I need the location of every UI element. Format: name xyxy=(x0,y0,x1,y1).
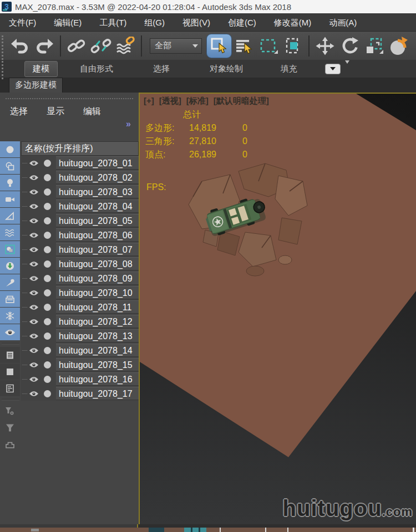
object-name[interactable]: huitugou_2078_10 xyxy=(56,286,139,299)
menu-modifiers[interactable]: 修改器(M) xyxy=(265,14,321,31)
visibility-eye-icon[interactable] xyxy=(29,347,39,354)
object-color-swatch[interactable] xyxy=(44,332,51,340)
visibility-eye-icon[interactable] xyxy=(29,318,39,325)
custom-filter-button[interactable] xyxy=(0,436,20,452)
object-color-swatch[interactable] xyxy=(44,304,51,311)
ribbon-tab-modeling[interactable]: 建模 xyxy=(24,61,58,77)
explorer-menu-display[interactable]: 显示 xyxy=(47,106,64,117)
object-color-swatch[interactable] xyxy=(44,160,51,167)
display-hidden-button[interactable] xyxy=(0,324,20,340)
display-geometry-button[interactable] xyxy=(0,158,20,174)
subtab-polygon-modeling[interactable]: 多边形建模 xyxy=(9,78,63,93)
object-name[interactable]: huitugou_2078_11 xyxy=(56,300,139,314)
list-item[interactable]: huitugou_2078_15 xyxy=(21,357,139,372)
visibility-eye-icon[interactable] xyxy=(29,188,39,196)
object-name[interactable]: huitugou_2078_03 xyxy=(56,185,139,198)
object-name[interactable]: huitugou_2078_08 xyxy=(56,257,139,270)
toolbar-drag-handle[interactable] xyxy=(2,35,6,57)
object-color-swatch[interactable] xyxy=(44,203,51,210)
list-item[interactable]: huitugou_2078_13 xyxy=(21,329,139,343)
list-item[interactable]: huitugou_2078_09 xyxy=(21,271,139,285)
menu-tools[interactable]: 工具(T) xyxy=(90,14,135,31)
visibility-eye-icon[interactable] xyxy=(29,332,39,340)
ribbon-config-button[interactable] xyxy=(325,64,341,74)
object-name[interactable]: huitugou_2078_04 xyxy=(56,200,139,213)
list-item[interactable]: huitugou_2078_06 xyxy=(21,228,139,242)
object-color-swatch[interactable] xyxy=(44,260,51,268)
object-color-swatch[interactable] xyxy=(44,347,51,354)
visibility-eye-icon[interactable] xyxy=(29,217,39,224)
menu-group[interactable]: 组(G) xyxy=(135,14,174,31)
display-groups-button[interactable] xyxy=(0,241,20,257)
visibility-eye-icon[interactable] xyxy=(29,304,39,311)
visibility-eye-icon[interactable] xyxy=(29,275,39,282)
configure-advanced-filter-button[interactable] xyxy=(0,403,20,419)
viewport-general-menu[interactable]: [+] xyxy=(144,96,154,106)
object-name[interactable]: huitugou_2078_14 xyxy=(56,344,139,357)
list-item[interactable]: huitugou_2078_16 xyxy=(21,372,139,386)
display-lights-button[interactable] xyxy=(0,175,20,191)
viewport-pov-menu[interactable]: [透视] xyxy=(159,96,181,106)
object-name[interactable]: huitugou_2078_05 xyxy=(56,214,139,227)
select-and-scale-button[interactable] xyxy=(362,34,386,58)
menu-views[interactable]: 视图(V) xyxy=(174,14,219,31)
ribbon-tab-selection[interactable]: 选择 xyxy=(145,62,177,76)
list-item[interactable]: huitugou_2078_17 xyxy=(21,386,139,401)
select-by-name-button[interactable] xyxy=(232,34,256,58)
menu-file[interactable]: 文件(F) xyxy=(0,14,45,31)
redo-button[interactable] xyxy=(32,34,57,58)
list-item[interactable]: huitugou_2078_12 xyxy=(21,314,139,329)
select-object-button[interactable] xyxy=(206,34,232,58)
list-item[interactable]: huitugou_2078_14 xyxy=(21,343,139,357)
advanced-filter-button[interactable] xyxy=(0,420,20,436)
selection-filter-dropdown[interactable]: 全部 xyxy=(150,38,202,54)
object-color-swatch[interactable] xyxy=(44,217,51,224)
object-color-swatch[interactable] xyxy=(44,376,51,383)
select-and-link-button[interactable] xyxy=(64,34,89,58)
select-and-place-button[interactable] xyxy=(386,34,410,58)
explorer-menu-select[interactable]: 选择 xyxy=(10,106,28,117)
fill-square-button[interactable] xyxy=(0,364,20,380)
visibility-eye-icon[interactable] xyxy=(29,289,39,296)
select-and-rotate-button[interactable] xyxy=(337,34,362,58)
object-name[interactable]: huitugou_2078_12 xyxy=(56,315,139,328)
display-cameras-button[interactable] xyxy=(0,191,20,207)
viewport-shading-menu[interactable]: [默认明暗处理] xyxy=(214,96,269,106)
object-color-swatch[interactable] xyxy=(44,174,51,181)
menu-create[interactable]: 创建(C) xyxy=(219,14,265,31)
display-helpers-button[interactable] xyxy=(0,208,20,224)
object-color-swatch[interactable] xyxy=(44,188,51,196)
column-header-name[interactable]: 名称(按升序排序) xyxy=(21,141,139,156)
visibility-eye-icon[interactable] xyxy=(29,160,39,167)
object-name[interactable]: huitugou_2078_07 xyxy=(56,243,139,256)
bind-to-space-warp-button[interactable] xyxy=(113,34,138,58)
object-color-swatch[interactable] xyxy=(44,275,51,282)
visibility-eye-icon[interactable] xyxy=(29,174,39,181)
object-name[interactable]: huitugou_2078_02 xyxy=(56,171,139,184)
visibility-eye-icon[interactable] xyxy=(29,232,39,239)
visibility-eye-icon[interactable] xyxy=(29,203,39,210)
visibility-eye-icon[interactable] xyxy=(29,361,39,369)
display-none-button[interactable] xyxy=(0,141,20,157)
object-color-swatch[interactable] xyxy=(44,318,51,325)
detail-view-button[interactable] xyxy=(0,380,20,396)
object-name[interactable]: huitugou_2078_16 xyxy=(56,372,139,386)
object-name[interactable]: huitugou_2078_09 xyxy=(56,272,139,285)
object-color-swatch[interactable] xyxy=(44,289,51,296)
display-containers-button[interactable] xyxy=(0,291,20,307)
object-name[interactable]: huitugou_2078_17 xyxy=(56,387,139,400)
visibility-eye-icon[interactable] xyxy=(29,246,39,253)
object-name[interactable]: huitugou_2078_01 xyxy=(56,156,139,170)
visibility-eye-icon[interactable] xyxy=(29,260,39,268)
ribbon-drag-handle[interactable] xyxy=(2,58,6,79)
panel-expand-chevron[interactable]: » xyxy=(126,119,131,129)
ribbon-tab-populate[interactable]: 填充 xyxy=(273,62,305,76)
list-item[interactable]: huitugou_2078_08 xyxy=(21,257,139,271)
menu-edit[interactable]: 编辑(E) xyxy=(45,14,90,31)
menu-animation[interactable]: 动画(A) xyxy=(320,14,366,31)
undo-button[interactable] xyxy=(8,34,32,58)
ribbon-minimize-arrow[interactable] xyxy=(345,64,349,74)
list-item[interactable]: huitugou_2078_04 xyxy=(21,199,139,213)
explorer-menu-edit[interactable]: 编辑 xyxy=(83,106,101,117)
list-item[interactable]: huitugou_2078_03 xyxy=(21,185,139,199)
